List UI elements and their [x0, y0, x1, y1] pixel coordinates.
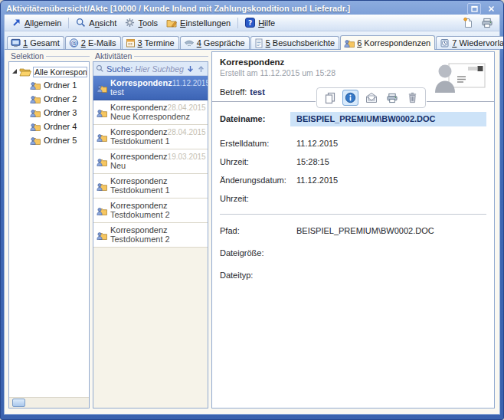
betreff-value: test: [250, 87, 265, 97]
new-document-icon: [463, 17, 473, 28]
tab-3-termine[interactable]: 3 Termine: [122, 36, 179, 49]
delete-icon: [407, 92, 417, 103]
detail-field-uhrzeit: Uhrzeit:: [220, 192, 486, 206]
betreff-label: Betreff:: [220, 87, 247, 97]
detail-panel: Korrespondenz Erstellt am 11.12.2015 um …: [211, 51, 495, 409]
gear-icon: [125, 18, 135, 28]
tree-item-ordner-2[interactable]: Ordner 2: [11, 92, 87, 106]
item-subtitle: Neu: [110, 161, 205, 170]
document-button[interactable]: [322, 90, 338, 106]
item-main: Korrespondenz19.03.2015Neu: [110, 152, 205, 170]
menu-ansicht[interactable]: Ansicht: [72, 17, 120, 28]
correspondence-icon: [97, 202, 107, 219]
collapse-icon[interactable]: [12, 69, 17, 74]
folder-open-icon: [19, 67, 31, 77]
send-mail-icon: [365, 92, 378, 103]
item-main: Korrespondenz11.12.2015test: [110, 78, 205, 97]
tree-item-ordner-3[interactable]: Ordner 3: [11, 106, 87, 120]
folder-tree: Alle KorrespondenzenOrdner 1Ordner 2Ordn…: [9, 62, 89, 147]
window-title: Aktivitätenübersicht/Akte [10000 / Kunde…: [6, 4, 467, 13]
field-label: Erstelldatum:: [220, 136, 290, 151]
menu-tools[interactable]: Tools: [121, 17, 162, 28]
tab-2-e-mails[interactable]: @2 E-Mails: [65, 36, 121, 49]
menu-label: Hilfe: [258, 18, 275, 28]
panel-footer-button[interactable]: [12, 399, 25, 407]
help-icon: ?: [245, 18, 255, 28]
tab-label: 7 Wiedervorlagen: [452, 38, 504, 48]
title-bar: Aktivitätenübersicht/Akte [10000 / Kunde…: [4, 2, 500, 15]
info-button[interactable]: [342, 90, 358, 106]
activity-list-item[interactable]: KorrespondenzTestdokument 1: [93, 174, 208, 199]
field-label: Pfad:: [220, 224, 290, 238]
tab-label: 6 Korrespondenzen: [357, 38, 430, 48]
activity-list-item[interactable]: KorrespondenzTestdokument 2: [93, 223, 208, 248]
detail-field-dateigrosse: Dateigröße:: [220, 246, 486, 261]
activity-list-item[interactable]: KorrespondenzTestdokument 2: [93, 199, 208, 223]
tab-4-gesprache[interactable]: 4 Gespräche: [180, 36, 250, 49]
activity-list-item[interactable]: Korrespondenz11.12.2015test: [93, 76, 208, 100]
correspondence-folder-icon: [30, 80, 41, 90]
magnifier-icon: [76, 18, 86, 28]
close-icon: [488, 5, 495, 12]
activity-list-item[interactable]: Korrespondenz28.04.2015Testdokument 1: [93, 125, 208, 149]
tree-item-ordner-1[interactable]: Ordner 1: [11, 78, 87, 92]
print-document-icon: [386, 93, 398, 103]
selektion-panel: Selektion Alle KorrespondenzenOrdner 1Or…: [8, 51, 90, 409]
delete-button[interactable]: [404, 90, 421, 106]
tree-label: Ordner 2: [44, 94, 77, 103]
tree-label: Ordner 1: [44, 80, 77, 90]
item-date: 28.04.2015: [168, 128, 206, 136]
close-button[interactable]: [484, 3, 498, 15]
print-document-button[interactable]: [384, 90, 400, 106]
item-date: 19.03.2015: [168, 153, 206, 161]
search-label: Suche:: [106, 64, 133, 74]
app-window: Aktivitätenübersicht/Akte [10000 / Kunde…: [0, 0, 504, 420]
selektion-panel-label: Selektion: [8, 51, 90, 60]
tree-item-alle-korrespondenzen[interactable]: Alle Korrespondenzen: [11, 66, 87, 78]
menu-allgemein[interactable]: Allgemein: [8, 17, 65, 28]
item-main: KorrespondenzTestdokument 2: [110, 201, 205, 219]
search-prev-button[interactable]: [197, 65, 205, 73]
print-icon: [481, 18, 493, 28]
korrespondenzen-icon: [344, 38, 355, 48]
item-subtitle: Testdokument 1: [110, 185, 205, 195]
document-action-toolbar: [316, 87, 426, 108]
field-value: 11.12.2015: [290, 173, 486, 188]
menu-label: Ansicht: [89, 18, 116, 28]
menu-hilfe[interactable]: ?Hilfe: [241, 17, 279, 28]
detail-field-dateiname: Dateiname:BEISPIEL_PREMIUM\BW0002.DOC: [220, 112, 486, 126]
item-subtitle: Testdokument 2: [110, 210, 205, 219]
correspondence-folder-icon: [30, 136, 41, 145]
search-bar[interactable]: Suche: Hier Suchbegriff eingeben ...: [93, 62, 208, 76]
new-document-button[interactable]: [460, 16, 476, 29]
activity-list-item[interactable]: Korrespondenz28.04.2015Neue Korresponden…: [93, 100, 208, 125]
gesamt-icon: [11, 38, 21, 48]
tab-7-wiedervorlagen[interactable]: 7 Wiedervorlagen: [436, 36, 504, 49]
aktivitaeten-panel: Aktivitäten Suche: Hier Suchbegriff eing…: [93, 51, 208, 409]
item-title: Korrespondenz: [110, 127, 168, 136]
activity-list-item[interactable]: Korrespondenz19.03.2015Neu: [93, 149, 208, 174]
tree-item-ordner-4[interactable]: Ordner 4: [11, 120, 87, 133]
search-next-button[interactable]: [186, 65, 195, 73]
field-label: Dateiname:: [220, 112, 290, 126]
send-mail-button[interactable]: [363, 90, 379, 106]
print-button[interactable]: [478, 17, 496, 29]
tree-item-ordner-5[interactable]: Ordner 5: [11, 133, 87, 147]
menu-bar: AllgemeinAnsichtToolsEinstellungen?Hilfe: [5, 15, 499, 31]
detail-field-pfad: Pfad:BEISPIEL_PREMIUM\BW0002.DOC: [220, 224, 486, 238]
maximize-button[interactable]: [467, 3, 481, 15]
besuchsberichte-icon: [254, 38, 263, 48]
menu-label: Allgemein: [25, 18, 61, 28]
tab-6-korrespondenzen[interactable]: 6 Korrespondenzen: [340, 35, 435, 50]
field-value: [290, 192, 486, 206]
correspondence-icon: [97, 226, 107, 244]
aktivitaeten-box: Suche: Hier Suchbegriff eingeben ... Kor…: [93, 61, 208, 409]
item-title: Korrespondenz: [110, 103, 168, 112]
wiedervorlagen-icon: [440, 38, 450, 48]
tab-label: 5 Besuchsberichte: [266, 38, 335, 48]
aktivitaeten-panel-label: Aktivitäten: [93, 51, 208, 60]
detail-field-uhrzeit: Uhrzeit:15:28:15: [220, 155, 486, 169]
menu-einstellungen[interactable]: Einstellungen: [162, 17, 234, 28]
tab-5-besuchsberichte[interactable]: 5 Besuchsberichte: [250, 36, 340, 49]
tab-1-gesamt[interactable]: 1 Gesamt: [7, 36, 64, 49]
